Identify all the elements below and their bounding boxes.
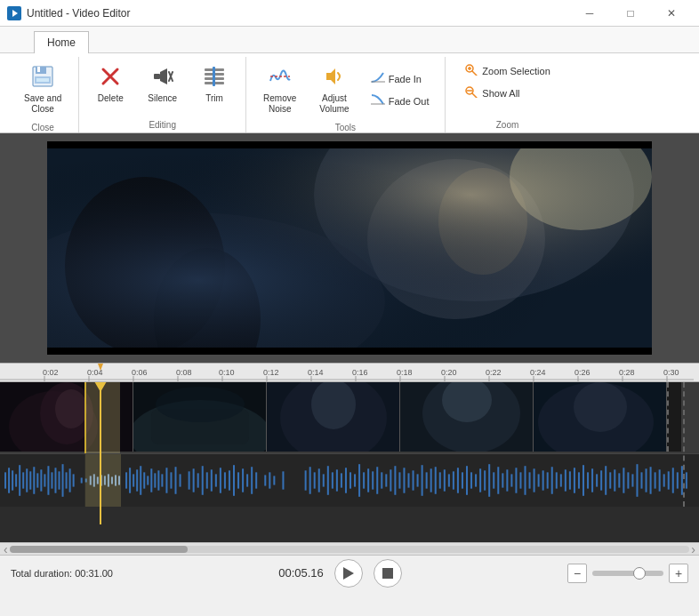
remove-noise-button[interactable]: RemoveNoise: [255, 60, 304, 119]
editing-group-label: Editing: [88, 120, 237, 132]
svg-rect-96: [12, 470, 13, 490]
svg-rect-197: [470, 472, 472, 488]
video-thumbnail-2: [133, 382, 267, 452]
zoom-selection-icon: [464, 63, 478, 78]
svg-rect-229: [614, 469, 615, 491]
svg-rect-198: [475, 474, 477, 486]
svg-rect-210: [529, 472, 531, 488]
zoom-column: Zoom Selection Show All: [458, 60, 556, 103]
ruler-canvas: 0:02 0:04 0:06 0:08 0:10 0:12 0:14 0:16 …: [0, 364, 699, 381]
svg-rect-111: [66, 472, 68, 488]
svg-rect-234: [636, 464, 638, 497]
svg-rect-237: [650, 467, 652, 494]
remove-noise-icon: [269, 65, 292, 92]
svg-rect-218: [565, 469, 566, 491]
svg-rect-7: [37, 67, 40, 72]
stop-button[interactable]: [374, 559, 402, 588]
minimize-button[interactable]: ─: [569, 0, 610, 27]
svg-rect-169: [345, 468, 347, 492]
svg-rect-167: [336, 469, 338, 491]
zoom-slider-thumb[interactable]: [633, 567, 646, 580]
svg-rect-148: [224, 472, 226, 488]
zoom-slider[interactable]: [592, 571, 663, 576]
scroll-right-button[interactable]: ›: [689, 542, 697, 556]
svg-rect-127: [133, 474, 134, 486]
timeline-ruler[interactable]: 0:02 0:04 0:06 0:08 0:10 0:12 0:14 0:16 …: [0, 363, 699, 382]
svg-rect-217: [560, 474, 562, 486]
fade-in-button[interactable]: Fade In: [365, 68, 436, 89]
adjust-volume-button[interactable]: AdjustVolume: [311, 60, 357, 119]
svg-point-92: [574, 382, 627, 432]
fade-out-button[interactable]: Fade Out: [365, 91, 436, 111]
svg-rect-185: [417, 474, 419, 486]
svg-rect-206: [510, 474, 512, 486]
fade-out-label: Fade Out: [389, 96, 430, 107]
svg-rect-163: [318, 468, 320, 492]
svg-rect-113: [73, 474, 75, 486]
svg-rect-191: [444, 469, 446, 491]
svg-rect-241: [668, 471, 670, 489]
svg-rect-159: [282, 471, 284, 489]
svg-rect-129: [140, 466, 141, 495]
svg-rect-175: [372, 471, 374, 489]
titlebar-title: Untitled - Video Editor: [27, 7, 131, 20]
svg-rect-243: [677, 472, 679, 488]
svg-point-79: [55, 389, 87, 428]
svg-rect-6: [36, 67, 46, 74]
svg-rect-200: [484, 470, 486, 490]
svg-rect-160: [305, 470, 307, 490]
svg-text:0:14: 0:14: [308, 368, 324, 377]
show-all-button[interactable]: Show All: [458, 83, 556, 103]
zoom-controls: − +: [567, 564, 688, 583]
svg-text:0:02: 0:02: [43, 368, 59, 377]
scrollbar-thumb[interactable]: [10, 546, 188, 553]
svg-rect-189: [435, 467, 437, 494]
maximize-button[interactable]: □: [610, 0, 651, 27]
zoom-in-button[interactable]: +: [669, 564, 688, 583]
close-button[interactable]: ✕: [651, 0, 692, 27]
svg-rect-220: [574, 468, 575, 492]
zoom-group-label: Zoom: [454, 120, 561, 132]
svg-rect-224: [591, 468, 593, 492]
zoom-selection-button[interactable]: Zoom Selection: [458, 60, 556, 81]
svg-rect-183: [408, 473, 410, 487]
transport-controls: 00:05.16: [278, 559, 402, 588]
svg-rect-187: [426, 472, 428, 488]
svg-rect-155: [255, 472, 257, 488]
scroll-left-button[interactable]: ‹: [2, 542, 10, 556]
silence-button[interactable]: Silence: [140, 60, 185, 108]
svg-rect-153: [246, 474, 248, 486]
svg-rect-186: [422, 465, 423, 496]
svg-rect-188: [430, 468, 432, 492]
timeline-scrollbar[interactable]: ‹ ›: [0, 542, 699, 555]
svg-rect-168: [341, 473, 342, 487]
zoom-out-button[interactable]: −: [567, 564, 587, 583]
svg-rect-98: [19, 465, 20, 496]
svg-rect-144: [206, 472, 208, 488]
svg-rect-223: [587, 472, 589, 488]
svg-rect-232: [627, 472, 629, 488]
svg-rect-145: [211, 469, 213, 491]
svg-rect-165: [327, 466, 329, 495]
tab-home[interactable]: Home: [34, 31, 89, 53]
svg-rect-177: [381, 472, 382, 488]
svg-rect-219: [569, 471, 571, 489]
svg-rect-138: [175, 467, 177, 494]
play-button[interactable]: [334, 559, 363, 588]
svg-rect-106: [47, 466, 49, 495]
ribbon-group-editing: Delete Silence: [79, 57, 246, 132]
video-frame: [47, 141, 652, 355]
svg-rect-196: [466, 466, 468, 495]
svg-text:0:28: 0:28: [619, 368, 635, 377]
delete-button[interactable]: Delete: [88, 60, 133, 108]
audio-track: [0, 453, 699, 507]
svg-rect-104: [40, 469, 42, 491]
scrollbar-track[interactable]: [10, 546, 690, 553]
svg-rect-99: [22, 472, 24, 488]
video-thumbnail-4: [400, 382, 534, 452]
ribbon-toolbar: Save andClose Close Delete: [0, 53, 699, 133]
svg-rect-194: [457, 468, 459, 492]
trim-button[interactable]: Trim: [192, 60, 237, 108]
svg-rect-208: [519, 472, 521, 488]
save-and-close-button[interactable]: Save andClose: [16, 60, 69, 119]
